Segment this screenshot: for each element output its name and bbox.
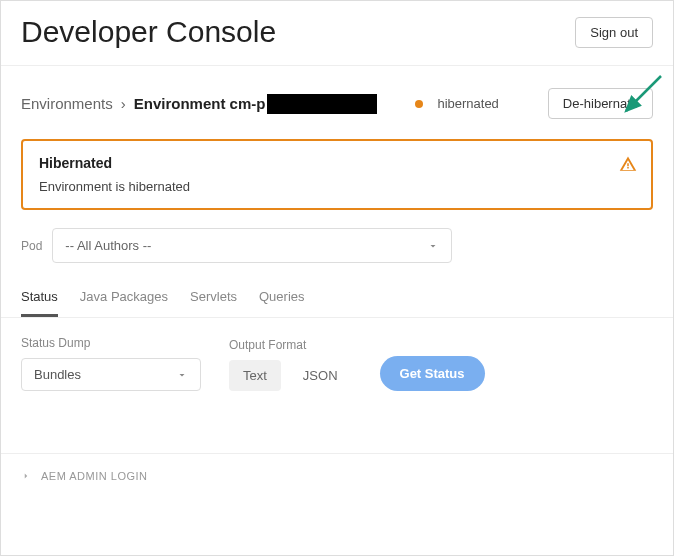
breadcrumb: Environments › Environment cm-p <box>21 94 377 114</box>
warning-icon <box>619 155 637 177</box>
pod-select[interactable]: -- All Authors -- <box>52 228 452 263</box>
page-title: Developer Console <box>21 15 276 49</box>
status-dump-value: Bundles <box>34 367 81 382</box>
tab-servlets[interactable]: Servlets <box>190 289 237 317</box>
pod-label: Pod <box>21 239 42 253</box>
chevron-right-icon <box>21 471 31 481</box>
alert-box: Hibernated Environment is hibernated <box>21 139 653 210</box>
tab-status[interactable]: Status <box>21 289 58 317</box>
admin-login-label: AEM ADMIN LOGIN <box>41 470 148 482</box>
status-dot-icon <box>415 100 423 108</box>
pod-selected-value: -- All Authors -- <box>65 238 151 253</box>
dehibernate-button[interactable]: De-hibernate <box>548 88 653 119</box>
admin-login-toggle[interactable]: AEM ADMIN LOGIN <box>1 453 673 498</box>
tab-queries[interactable]: Queries <box>259 289 305 317</box>
alert-title: Hibernated <box>39 155 635 171</box>
get-status-button[interactable]: Get Status <box>380 356 485 391</box>
alert-message: Environment is hibernated <box>39 179 635 194</box>
output-format-label: Output Format <box>229 338 352 352</box>
format-json-button[interactable]: JSON <box>289 360 352 391</box>
breadcrumb-separator: › <box>121 95 126 112</box>
tabs: Status Java Packages Servlets Queries <box>1 277 673 318</box>
redacted-block <box>267 94 377 114</box>
tab-java-packages[interactable]: Java Packages <box>80 289 168 317</box>
breadcrumb-root[interactable]: Environments <box>21 95 113 112</box>
chevron-down-icon <box>427 240 439 252</box>
status-dump-select[interactable]: Bundles <box>21 358 201 391</box>
breadcrumb-current: Environment cm-p <box>134 94 378 114</box>
signout-button[interactable]: Sign out <box>575 17 653 48</box>
format-text-button[interactable]: Text <box>229 360 281 391</box>
status-dump-label: Status Dump <box>21 336 201 350</box>
chevron-down-icon <box>176 369 188 381</box>
env-status-label: hibernated <box>437 96 498 111</box>
